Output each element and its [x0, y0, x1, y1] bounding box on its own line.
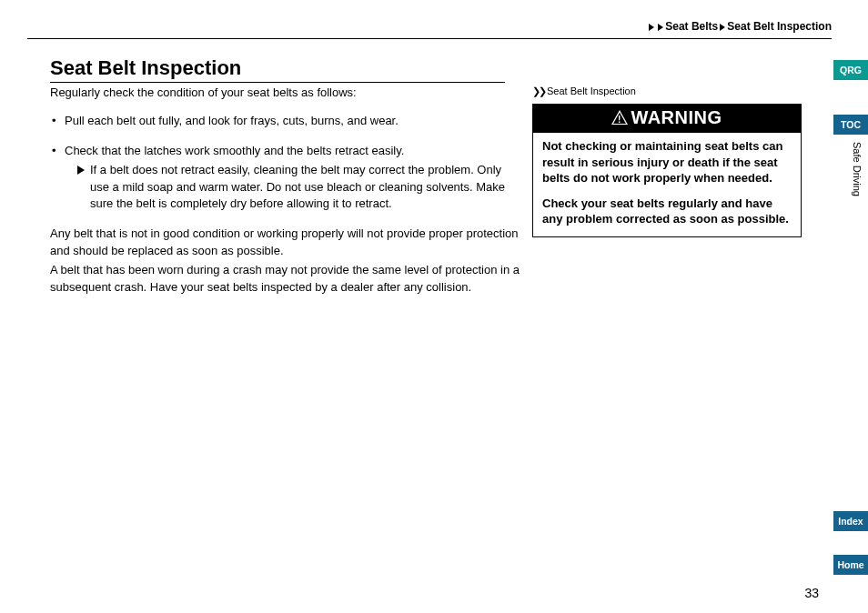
- breadcrumb: Seat BeltsSeat Belt Inspection: [647, 20, 832, 33]
- warning-body: Not checking or maintaining seat belts c…: [533, 133, 801, 236]
- svg-text:!: !: [618, 115, 621, 125]
- bullet-text: Pull each belt out fully, and look for f…: [65, 114, 399, 127]
- bullet-sub: If a belt does not retract easily, clean…: [65, 162, 523, 214]
- page-number: 33: [804, 586, 819, 600]
- triangle-right-icon: [77, 166, 85, 175]
- warning-header: ! WARNING: [533, 105, 801, 133]
- warning-box: ! WARNING Not checking or maintaining se…: [532, 104, 802, 237]
- side-marker: ❯❯Seat Belt Inspection: [532, 85, 636, 97]
- chevron-right-icon: [649, 24, 654, 31]
- divider-heading: [50, 82, 505, 83]
- breadcrumb-level1[interactable]: Seat Belts: [665, 20, 718, 33]
- section-label: Safe Driving: [852, 142, 863, 196]
- tab-toc[interactable]: TOC: [833, 115, 868, 135]
- chevron-right-icon: [720, 24, 725, 31]
- tab-home[interactable]: Home: [833, 555, 868, 575]
- body-content: Pull each belt out fully, and look for f…: [50, 113, 523, 298]
- chevron-right-icon: [658, 24, 663, 31]
- bullet-text: Check that the latches work smoothly and…: [65, 144, 404, 157]
- tab-qrg[interactable]: QRG: [833, 60, 868, 80]
- breadcrumb-level2[interactable]: Seat Belt Inspection: [727, 20, 832, 33]
- bullet-item: Check that the latches work smoothly and…: [50, 143, 523, 213]
- side-marker-text: Seat Belt Inspection: [547, 85, 636, 96]
- warning-title: WARNING: [631, 107, 722, 127]
- warning-icon: !: [611, 108, 628, 129]
- warning-p1: Not checking or maintaining seat belts c…: [542, 138, 792, 186]
- double-chevron-icon: ❯❯: [532, 85, 545, 97]
- paragraph: A belt that has been worn during a crash…: [50, 262, 523, 296]
- divider-top: [27, 38, 832, 39]
- paragraph: Any belt that is not in good condition o…: [50, 226, 523, 260]
- bullet-sub-text: If a belt does not retract easily, clean…: [90, 163, 505, 211]
- intro-text: Regularly check the condition of your se…: [50, 85, 505, 101]
- tab-index[interactable]: Index: [833, 511, 868, 531]
- warning-p2: Check your seat belts regularly and have…: [542, 196, 792, 227]
- page-title: Seat Belt Inspection: [50, 56, 241, 80]
- bullet-item: Pull each belt out fully, and look for f…: [50, 113, 523, 130]
